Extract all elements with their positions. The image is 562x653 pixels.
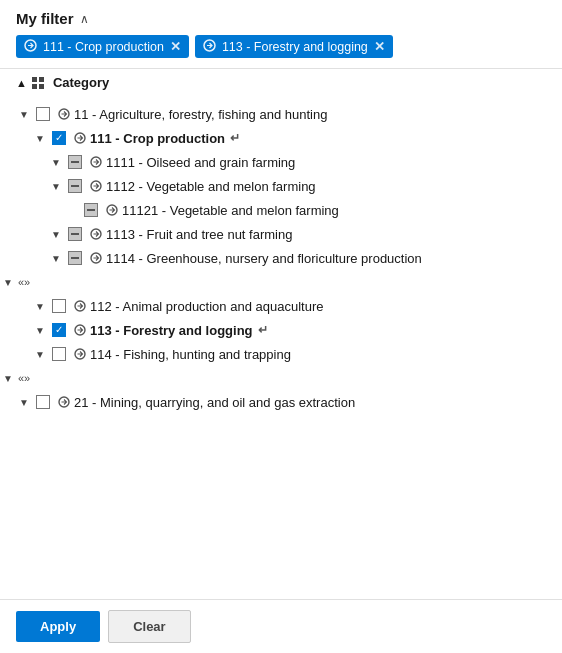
return-icon-111: ↵ [230, 131, 240, 145]
tag-111[interactable]: 111 - Crop production ✕ [16, 35, 189, 58]
label-11[interactable]: 11 - Agriculture, forestry, fishing and … [74, 107, 327, 122]
filter-icon-11 [57, 107, 71, 121]
tag-113-close[interactable]: ✕ [374, 39, 385, 54]
expand-1113[interactable]: ▼ [48, 226, 64, 242]
expand-1112[interactable]: ▼ [48, 178, 64, 194]
grid-icon [31, 76, 45, 90]
tag-113-label: 113 - Forestry and logging [222, 40, 368, 54]
label-1111[interactable]: 1111 - Oilseed and grain farming [106, 155, 295, 170]
expand-111[interactable]: ▼ [32, 130, 48, 146]
expand-114[interactable]: ▼ [32, 346, 48, 362]
expand-112[interactable]: ▼ [32, 298, 48, 314]
expand-1111[interactable]: ▼ [48, 154, 64, 170]
filter-icon-113 [73, 323, 87, 337]
checkbox-111[interactable] [52, 131, 66, 145]
label-1113[interactable]: 1113 - Fruit and tree nut farming [106, 227, 292, 242]
filter-icon-114 [73, 347, 87, 361]
tag-filter-icon [24, 39, 37, 54]
apply-button[interactable]: Apply [16, 611, 100, 642]
checkbox-114[interactable] [52, 347, 66, 361]
clear-button[interactable]: Clear [108, 610, 191, 643]
label-111[interactable]: 111 - Crop production ↵ [90, 131, 240, 146]
show-more-down-111[interactable]: ▼ [0, 274, 16, 290]
filter-icon-21 [57, 395, 71, 409]
filter-icon-1111 [89, 155, 103, 169]
tree-row-112: ▼ 112 - Animal production and aquacultur… [0, 294, 562, 318]
filter-icon-1114 [89, 251, 103, 265]
show-more-double-down-11[interactable]: «» [18, 372, 30, 384]
checkbox-11121[interactable] [84, 203, 98, 217]
filter-title: My filter [16, 10, 74, 27]
tree-row-113: ▼ 113 - Forestry and logging ↵ [0, 318, 562, 342]
label-1114[interactable]: 1114 - Greenhouse, nursery and floricult… [106, 251, 422, 266]
svg-rect-3 [39, 77, 44, 82]
tree-row-11121: 11121 - Vegetable and melon farming [0, 198, 562, 222]
filter-header: My filter ∧ [0, 0, 562, 35]
tree-row-1112: ▼ 1112 - Vegetable and melon farming [0, 174, 562, 198]
svg-rect-2 [32, 77, 37, 82]
checkbox-1111[interactable] [68, 155, 82, 169]
return-icon-113: ↵ [258, 323, 268, 337]
checkbox-112[interactable] [52, 299, 66, 313]
collapse-icon[interactable]: ∧ [80, 12, 89, 26]
category-header: ▲ Category [0, 69, 562, 94]
checkbox-1114[interactable] [68, 251, 82, 265]
checkbox-113[interactable] [52, 323, 66, 337]
tree-row-21: ▼ 21 - Mining, quarrying, and oil and ga… [0, 390, 562, 414]
expand-113[interactable]: ▼ [32, 322, 48, 338]
tree-row-111: ▼ 111 - Crop production ↵ [0, 126, 562, 150]
tag-filter-icon-2 [203, 39, 216, 54]
filter-icon-1112 [89, 179, 103, 193]
filter-icon-111 [73, 131, 87, 145]
label-1112[interactable]: 1112 - Vegetable and melon farming [106, 179, 316, 194]
checkbox-11[interactable] [36, 107, 50, 121]
checkbox-1113[interactable] [68, 227, 82, 241]
tag-111-close[interactable]: ✕ [170, 39, 181, 54]
label-112[interactable]: 112 - Animal production and aquaculture [90, 299, 323, 314]
expand-21[interactable]: ▼ [16, 394, 32, 410]
tree-container: ▼ 11 - Agriculture, forestry, fishing an… [0, 94, 562, 422]
filter-tags-container: 111 - Crop production ✕ 113 - Forestry a… [0, 35, 562, 69]
expand-all-icon[interactable]: ▲ [16, 77, 27, 89]
tag-113[interactable]: 113 - Forestry and logging ✕ [195, 35, 393, 58]
label-21[interactable]: 21 - Mining, quarrying, and oil and gas … [74, 395, 355, 410]
show-more-down-11[interactable]: ▼ [0, 370, 16, 386]
checkbox-21[interactable] [36, 395, 50, 409]
svg-rect-5 [39, 84, 44, 89]
expand-11[interactable]: ▼ [16, 106, 32, 122]
label-113[interactable]: 113 - Forestry and logging ↵ [90, 323, 268, 338]
tree-row-114: ▼ 114 - Fishing, hunting and trapping [0, 342, 562, 366]
filter-icon-112 [73, 299, 87, 313]
show-more-111[interactable]: ▼ «» [0, 270, 562, 294]
svg-rect-4 [32, 84, 37, 89]
category-label: Category [53, 75, 109, 90]
footer: Apply Clear [0, 599, 562, 653]
tree-row-1114: ▼ 1114 - Greenhouse, nursery and floricu… [0, 246, 562, 270]
show-more-double-down-111[interactable]: «» [18, 276, 30, 288]
label-114[interactable]: 114 - Fishing, hunting and trapping [90, 347, 291, 362]
show-more-11[interactable]: ▼ «» [0, 366, 562, 390]
checkbox-1112[interactable] [68, 179, 82, 193]
tag-111-label: 111 - Crop production [43, 40, 164, 54]
tree-row-1111: ▼ 1111 - Oilseed and grain farming [0, 150, 562, 174]
filter-icon-1113 [89, 227, 103, 241]
tree-row-11: ▼ 11 - Agriculture, forestry, fishing an… [0, 102, 562, 126]
tree-row-1113: ▼ 1113 - Fruit and tree nut farming [0, 222, 562, 246]
expand-1114[interactable]: ▼ [48, 250, 64, 266]
filter-icon-11121 [105, 203, 119, 217]
label-11121[interactable]: 11121 - Vegetable and melon farming [122, 203, 339, 218]
